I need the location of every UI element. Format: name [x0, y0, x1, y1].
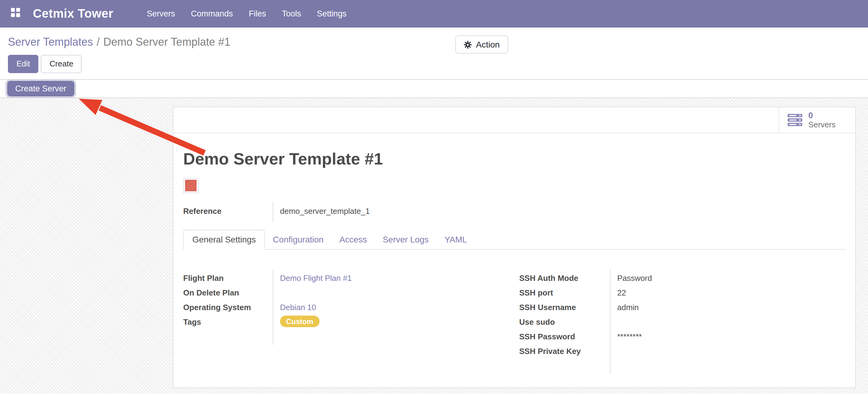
notebook-tabs: General Settings Configuration Access Se…	[183, 230, 845, 250]
field-value-empty	[610, 345, 617, 346]
create-button[interactable]: Create	[41, 55, 82, 73]
edit-button[interactable]: Edit	[8, 55, 39, 73]
breadcrumb: Server Templates/Demo Server Template #1	[8, 34, 860, 50]
field-row-ssh-auth-mode: SSH Auth Mode Password	[519, 272, 845, 286]
form-sheet: 0 Servers Demo Server Template #1 Refere…	[173, 107, 856, 388]
menu-settings[interactable]: Settings	[317, 9, 347, 18]
fields-column-left: Flight Plan Demo Flight Plan #1 On Delet…	[183, 272, 514, 373]
field-value-empty	[610, 316, 617, 317]
control-panel: Server Templates/Demo Server Template #1…	[0, 27, 868, 79]
left-field-group: Flight Plan Demo Flight Plan #1 On Delet…	[183, 272, 496, 344]
field-label: Use sudo	[519, 316, 610, 327]
sheet-inner: Demo Server Template #1 Reference demo_s…	[174, 150, 855, 391]
field-value-empty	[273, 286, 280, 288]
tab-access[interactable]: Access	[332, 230, 375, 250]
field-label: Operating System	[183, 301, 273, 313]
create-server-button[interactable]: Create Server	[7, 81, 74, 96]
tab-yaml[interactable]: YAML	[436, 230, 475, 250]
field-label: SSH port	[519, 286, 610, 298]
servers-stat-button[interactable]: 0 Servers	[778, 107, 855, 133]
field-value: ********	[610, 330, 642, 342]
field-label: SSH Auth Mode	[519, 272, 610, 283]
stat-value: 0	[808, 111, 836, 120]
button-box: 0 Servers	[174, 107, 855, 134]
field-row-tags: Tags Custom	[183, 316, 496, 330]
field-value: 22	[610, 286, 626, 298]
field-row-use-sudo: Use sudo	[519, 316, 845, 330]
control-panel-buttons: Edit Create	[8, 55, 860, 73]
field-row-ssh-port: SSH port 22	[519, 286, 845, 301]
statusbar: Create Server	[0, 79, 868, 98]
form-view-background: 0 Servers Demo Server Template #1 Refere…	[0, 98, 868, 394]
record-color-swatch	[185, 180, 196, 191]
top-navbar: Cetmix Tower Servers Commands Files Tool…	[0, 0, 868, 27]
field-separator-line	[273, 202, 273, 222]
action-button-label: Action	[476, 39, 500, 49]
app-brand[interactable]: Cetmix Tower	[33, 6, 113, 21]
field-row-ssh-username: SSH Username admin	[519, 301, 845, 316]
fields-column-right: SSH Auth Mode Password SSH port 22 SSH U…	[514, 272, 845, 373]
operating-system-link[interactable]: Debian 10	[280, 303, 316, 312]
menu-servers[interactable]: Servers	[147, 9, 175, 18]
field-value: admin	[610, 301, 639, 313]
screenshot-stage: Cetmix Tower Servers Commands Files Tool…	[0, 0, 868, 396]
field-label: On Delete Plan	[183, 286, 273, 298]
field-row-operating-system: Operating System Debian 10	[183, 301, 496, 316]
breadcrumb-current: Demo Server Template #1	[103, 36, 231, 48]
general-settings-panel: Flight Plan Demo Flight Plan #1 On Delet…	[183, 272, 845, 391]
tab-configuration[interactable]: Configuration	[265, 230, 332, 250]
stat-text: 0 Servers	[808, 111, 836, 129]
main-menu: Servers Commands Files Tools Settings	[147, 9, 347, 18]
field-label: Reference	[183, 205, 273, 216]
action-button[interactable]: Action	[455, 35, 508, 54]
gear-icon	[464, 40, 472, 49]
field-row-ssh-password: SSH Password ********	[519, 330, 845, 345]
apps-grid-icon	[11, 8, 20, 19]
field-row-reference: Reference demo_server_template_1	[183, 205, 845, 219]
field-value: Password	[610, 272, 652, 283]
field-value: demo_server_template_1	[273, 205, 370, 216]
field-separator-line	[273, 269, 273, 345]
odoo-page: Cetmix Tower Servers Commands Files Tool…	[0, 0, 868, 396]
field-label: Flight Plan	[183, 272, 273, 283]
apps-menu-button[interactable]	[8, 7, 22, 20]
servers-stat-icon	[788, 114, 802, 126]
field-label: Tags	[183, 316, 273, 327]
field-row-on-delete-plan: On Delete Plan	[183, 286, 496, 301]
tab-server-logs[interactable]: Server Logs	[375, 230, 436, 250]
menu-commands[interactable]: Commands	[191, 9, 233, 18]
record-title: Demo Server Template #1	[183, 150, 845, 169]
record-color-picker[interactable]	[183, 178, 198, 193]
field-label: SSH Password	[519, 330, 610, 342]
reference-field-group: Reference demo_server_template_1	[183, 205, 845, 219]
right-field-group: SSH Auth Mode Password SSH port 22 SSH U…	[519, 272, 845, 373]
field-row-ssh-private-key: SSH Private Key	[519, 345, 845, 360]
stat-label: Servers	[808, 120, 836, 129]
field-label: SSH Username	[519, 301, 610, 313]
tab-general-settings[interactable]: General Settings	[183, 230, 265, 250]
breadcrumb-separator: /	[96, 36, 99, 48]
field-separator-line	[610, 269, 611, 374]
menu-tools[interactable]: Tools	[282, 9, 301, 18]
field-row-flight-plan: Flight Plan Demo Flight Plan #1	[183, 272, 496, 286]
field-label: SSH Private Key	[519, 345, 610, 357]
breadcrumb-parent-link[interactable]: Server Templates	[8, 36, 93, 48]
menu-files[interactable]: Files	[249, 9, 266, 18]
tag-badge-custom: Custom	[280, 316, 319, 327]
flight-plan-link[interactable]: Demo Flight Plan #1	[280, 274, 352, 283]
